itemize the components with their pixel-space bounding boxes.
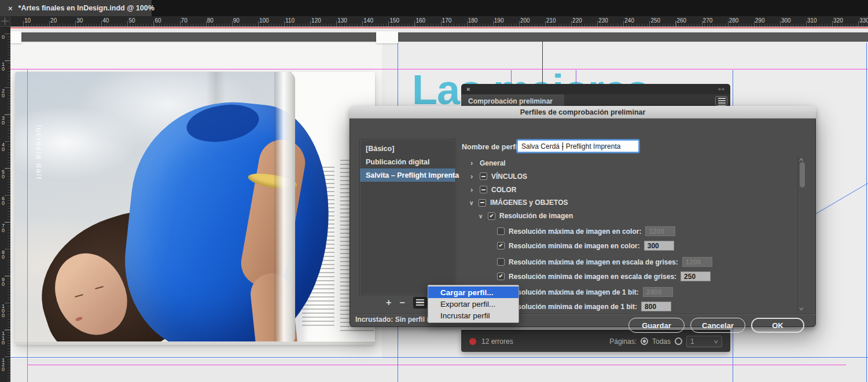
option-value-field[interactable]: 800 xyxy=(641,302,671,311)
option-row: Resolución máxima de imagen de 1 bit: 24… xyxy=(497,287,673,297)
pages-range-radio[interactable] xyxy=(675,337,682,345)
ruler-number: 10 xyxy=(24,17,31,24)
save-button[interactable]: Guardar xyxy=(628,318,685,333)
ruler-number: 110 xyxy=(2,331,6,345)
ruler-number: 270 xyxy=(703,17,713,24)
ruler-number: 60 xyxy=(2,196,6,205)
menu-item-export-profile[interactable]: Exportar perfil... xyxy=(428,298,518,310)
ruler-origin-box[interactable] xyxy=(0,16,10,27)
option-label: Resolución mínima de imagen de 1 bit: xyxy=(509,303,637,311)
vertical-ruler[interactable]: 0102030405060708090100110120130 xyxy=(0,16,10,382)
tree-section-general[interactable]: › General xyxy=(470,159,506,167)
scroll-down-icon[interactable]: ˅ xyxy=(799,306,804,312)
horizontal-ruler[interactable]: 1020304050607080901001101201301401501601… xyxy=(10,16,868,27)
document-tab[interactable]: × *Artes finales en InDesign.indd @ 100% xyxy=(0,0,152,16)
column-guide-violet[interactable] xyxy=(511,70,512,85)
tree-section-links[interactable]: › VÍNCULOS xyxy=(470,172,527,181)
profile-list-item-selected[interactable]: Salvita – Preflight Imprenta xyxy=(360,168,455,182)
page-range-dropdown[interactable]: 1 ∨ xyxy=(686,336,722,347)
ruler-number: 50 xyxy=(2,170,6,179)
ruler-number: 90 xyxy=(2,277,6,286)
tree-section-images[interactable]: ∨ IMÁGENES y OBJETOS xyxy=(469,199,568,207)
ruler-number: 100 xyxy=(2,304,6,318)
profile-list-item[interactable]: Publicación digital xyxy=(360,155,455,168)
margin-guide-left[interactable] xyxy=(27,69,28,382)
checkbox-indeterminate[interactable] xyxy=(480,172,487,180)
checkbox-checked[interactable] xyxy=(497,273,505,280)
ruler-number: 20 xyxy=(2,89,6,98)
guide-horizontal[interactable] xyxy=(10,357,868,358)
page-curl xyxy=(274,72,295,345)
cancel-button[interactable]: Cancelar xyxy=(690,318,745,333)
ruler-number: 120 xyxy=(311,17,321,24)
chevron-right-icon[interactable]: › xyxy=(470,159,476,167)
profile-list: [Básico] Publicación digital Salvita – P… xyxy=(359,139,456,295)
preflight-profiles-dialog: Perfiles de comprobación preliminar [Bás… xyxy=(350,106,816,327)
tab-close-icon[interactable]: × xyxy=(8,4,13,13)
pasteboard-gap xyxy=(10,32,868,42)
panel-collapse-icon[interactable]: «« xyxy=(718,86,725,92)
profile-list-item[interactable]: [Básico] xyxy=(360,142,455,155)
preflight-panel-header: × «« xyxy=(461,84,730,94)
text-caret xyxy=(562,142,563,150)
margin-guide-bottom[interactable] xyxy=(27,365,846,365)
ruler-number: 260 xyxy=(677,17,687,24)
checkbox-unchecked[interactable] xyxy=(497,227,505,235)
panel-close-icon[interactable]: × xyxy=(466,86,470,93)
ok-button[interactable]: OK xyxy=(751,318,804,333)
column-guide-violet[interactable] xyxy=(576,70,576,85)
tree-section-color[interactable]: › COLOR xyxy=(470,185,516,194)
ruler-number: 110 xyxy=(285,17,295,24)
error-status-icon xyxy=(469,338,476,345)
option-value-field-disabled: 2400 xyxy=(643,287,673,297)
checkbox-unchecked[interactable] xyxy=(497,258,505,266)
chevron-down-icon[interactable]: ∨ xyxy=(479,213,484,219)
checkbox-indeterminate[interactable] xyxy=(479,199,486,207)
add-profile-button[interactable]: + xyxy=(386,297,391,308)
panel-menu-icon[interactable] xyxy=(715,96,727,106)
option-value-field[interactable]: 300 xyxy=(644,241,674,251)
remove-profile-button[interactable]: − xyxy=(399,297,404,308)
chevron-right-icon[interactable]: › xyxy=(470,172,476,181)
ruler-number: 100 xyxy=(259,17,269,24)
ruler-number: 130 xyxy=(337,17,347,24)
chevron-down-icon[interactable]: ∨ xyxy=(469,200,475,206)
profile-context-menu: Cargar perfil... Exportar perfil... Incr… xyxy=(428,285,519,323)
chevron-right-icon[interactable]: › xyxy=(470,185,476,194)
profile-menu-button[interactable] xyxy=(413,297,427,308)
frame-edge-line[interactable] xyxy=(542,41,543,85)
bleed-guide[interactable] xyxy=(10,27,868,28)
dialog-separator xyxy=(351,314,816,315)
magazine-photo: lucrecia dalt xyxy=(15,72,375,345)
checkbox-checked[interactable] xyxy=(488,212,495,220)
tree-label: COLOR xyxy=(491,186,516,194)
tree-scrollbar[interactable]: ˄ ˅ xyxy=(797,156,807,313)
page-stack-edge xyxy=(15,341,375,345)
menu-item-embed-profile[interactable]: Incrustar perfil xyxy=(428,310,518,321)
preflight-panel-footer: 12 errores Páginas: Todas 1 ∨ xyxy=(461,330,730,352)
option-value-field[interactable]: 250 xyxy=(681,271,711,281)
checkbox-indeterminate[interactable] xyxy=(480,186,487,193)
margin-guide-top[interactable] xyxy=(10,69,868,69)
option-row: Resolución mínima de imagen en escala de… xyxy=(497,271,711,281)
ruler-number: 40 xyxy=(102,17,109,24)
ruler-number: 140 xyxy=(363,17,373,24)
checkbox-checked[interactable] xyxy=(497,242,505,249)
tree-subsection-image-resolution[interactable]: ∨ Resolución de imagen xyxy=(479,212,573,220)
dialog-title-bar[interactable]: Perfiles de comprobación preliminar xyxy=(350,106,816,119)
profile-name-input[interactable]: Salva Cerdá - Preflight Imprenta xyxy=(517,140,639,152)
guide-vertical[interactable] xyxy=(866,43,867,382)
menu-item-load-profile[interactable]: Cargar perfil... xyxy=(428,286,518,298)
application-top-bar: × *Artes finales en InDesign.indd @ 100% xyxy=(0,0,868,16)
ruler-number: 80 xyxy=(207,17,214,24)
ruler-number: 120 xyxy=(2,358,6,372)
scrollbar-thumb[interactable] xyxy=(800,162,805,188)
ruler-number: 220 xyxy=(572,17,582,24)
ruler-number: 210 xyxy=(546,17,556,24)
pages-all-radio[interactable] xyxy=(641,337,648,345)
option-row: Resolución máxima de imagen en escala de… xyxy=(497,257,712,267)
option-label: Resolución máxima de imagen de 1 bit: xyxy=(509,288,639,296)
ruler-number: 0 xyxy=(2,35,6,39)
ruler-number: 280 xyxy=(729,17,739,24)
option-label: Resolución mínima de imagen en escala de… xyxy=(509,273,676,281)
